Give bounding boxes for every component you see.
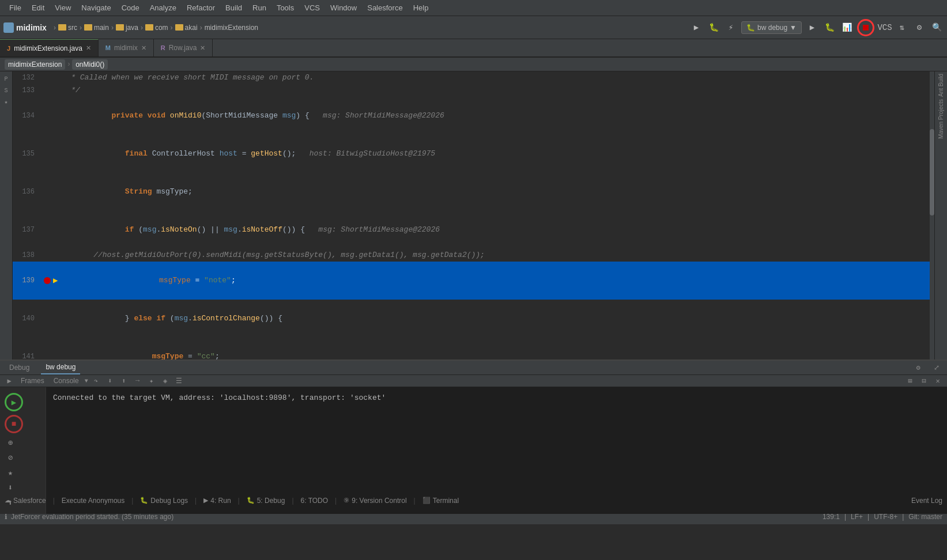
- salesforce-status[interactable]: ☁ Salesforce: [5, 497, 46, 505]
- sidebar-favorites-icon[interactable]: ★: [1, 97, 12, 107]
- breadcrumb-src[interactable]: src: [58, 24, 77, 32]
- tab-bw-debug[interactable]: bw debug: [41, 361, 80, 374]
- ant-build-label[interactable]: Ant Build: [938, 74, 944, 97]
- toolbar-run2-btn[interactable]: ▶: [805, 21, 819, 35]
- menu-file[interactable]: File: [5, 2, 26, 14]
- debug-step-over-btn[interactable]: ↷: [90, 375, 102, 387]
- line-number: 139: [13, 274, 41, 287]
- debug-small-icon-3[interactable]: ★: [5, 467, 16, 478]
- debug-status[interactable]: 🐛 5: Debug: [247, 497, 285, 505]
- breadcrumb-main-label: main: [94, 24, 109, 32]
- toolbar-search-btn[interactable]: 🔍: [930, 21, 944, 35]
- line-number: 133: [13, 84, 41, 97]
- breadcrumb-sep-3: ›: [111, 24, 114, 32]
- menu-edit[interactable]: Edit: [27, 2, 49, 14]
- toolbar-attach-btn[interactable]: ⚡: [724, 21, 738, 35]
- debug-settings2-btn[interactable]: ☰: [173, 375, 185, 387]
- toolbar: midimix › src › main › java › com › akai…: [0, 16, 947, 39]
- debug-stop-circle-btn[interactable]: ■: [5, 415, 23, 433]
- tab-row[interactable]: R Row.java ✕: [154, 39, 213, 56]
- menu-analyze[interactable]: Analyze: [145, 2, 181, 14]
- table-row: 141 msgType = "cc";: [13, 338, 934, 360]
- app-brand: midimix: [3, 22, 47, 33]
- debug-maximize-icon[interactable]: ⤢: [931, 362, 942, 373]
- breadcrumb-main[interactable]: main: [84, 24, 109, 32]
- menu-code[interactable]: Code: [117, 2, 144, 14]
- breadcrumb-package[interactable]: midimixExtension: [205, 24, 258, 32]
- menu-build[interactable]: Build: [221, 2, 247, 14]
- status-sep-6: |: [335, 497, 337, 505]
- toolbar-vcs2-btn[interactable]: ⇅: [895, 21, 909, 35]
- terminal-status[interactable]: ⬛ Terminal: [422, 497, 459, 505]
- status-sep-7: |: [414, 497, 416, 505]
- debug-memory-btn[interactable]: ◈: [160, 375, 171, 387]
- toolbar-vcs-btn[interactable]: VCS: [878, 21, 892, 35]
- menu-vcs[interactable]: VCS: [300, 2, 325, 14]
- sidebar-project-icon[interactable]: P: [1, 74, 12, 84]
- code-editor[interactable]: 132 * Called when we receive short MIDI …: [13, 71, 934, 360]
- debug-evaluate-btn[interactable]: ✦: [146, 375, 157, 387]
- tab-close-0[interactable]: ✕: [86, 44, 91, 52]
- scrollbar-thumb[interactable]: [930, 129, 934, 215]
- tab-close-1[interactable]: ✕: [141, 44, 146, 52]
- app-icon: [3, 22, 14, 33]
- debug-run-cursor-btn[interactable]: →: [132, 375, 144, 387]
- debug-settings-icon[interactable]: ⚙: [912, 362, 924, 373]
- toolbar-bug-btn[interactable]: 🐛: [823, 21, 836, 35]
- debug-close2-btn[interactable]: ✕: [932, 375, 944, 387]
- stop-button[interactable]: [857, 19, 874, 36]
- menu-navigate[interactable]: Navigate: [77, 2, 115, 14]
- tab-midimix[interactable]: M midimix ✕: [99, 39, 154, 56]
- menu-refactor[interactable]: Refactor: [182, 2, 220, 14]
- debug-small-icon-1[interactable]: ⊕: [5, 437, 16, 448]
- menu-help[interactable]: Help: [409, 2, 433, 14]
- crumb-method[interactable]: onMidi0(): [72, 59, 108, 70]
- tab-close-2[interactable]: ✕: [200, 44, 205, 52]
- debug-play-circle-btn[interactable]: ▶: [5, 393, 23, 411]
- line-content: msgType = "cc";: [53, 338, 934, 360]
- tab-midimix-extension[interactable]: J midimixExtension.java ✕: [0, 39, 99, 56]
- crumb-file[interactable]: midimixExtension: [5, 59, 65, 70]
- todo-status[interactable]: 6: TODO: [301, 497, 329, 505]
- execute-anonymous-status[interactable]: Execute Anonymous: [62, 497, 124, 505]
- sidebar-structure-icon[interactable]: S: [1, 85, 12, 96]
- code-area: 132 * Called when we receive short MIDI …: [13, 71, 934, 360]
- debug-layout-btn[interactable]: ⊞: [904, 375, 916, 387]
- toolbar-run-btn[interactable]: ▶: [689, 21, 703, 35]
- menu-tools[interactable]: Tools: [272, 2, 299, 14]
- tab-debug[interactable]: Debug: [5, 361, 34, 374]
- vertical-scrollbar[interactable]: [930, 71, 934, 360]
- debug-step-out-btn[interactable]: ⬆: [118, 375, 130, 387]
- debug-resume-btn[interactable]: ▶: [3, 375, 15, 387]
- toolbar-coverage-btn[interactable]: 📊: [840, 21, 854, 35]
- folder-icon-5: [175, 24, 183, 31]
- version-control-status[interactable]: ⑨ 9: Version Control: [344, 497, 406, 505]
- debug-logs-status[interactable]: 🐛 Debug Logs: [140, 497, 188, 505]
- table-row: 138 //host.getMidiOutPort(0).sendMidi(ms…: [13, 249, 934, 262]
- menu-salesforce[interactable]: Salesforce: [363, 2, 407, 14]
- debug-restore-btn[interactable]: ⊟: [918, 375, 930, 387]
- menu-run[interactable]: Run: [248, 2, 271, 14]
- debug-small-icon-2[interactable]: ⊘: [5, 452, 16, 463]
- console-label[interactable]: Console: [50, 377, 82, 385]
- toolbar-debug-start-btn[interactable]: 🐛: [707, 21, 720, 35]
- toolbar-settings-btn[interactable]: ⚙: [912, 21, 926, 35]
- line-content: final ControllerHost host = getHost(); h…: [53, 135, 934, 173]
- debug-step-into-btn[interactable]: ⬇: [104, 375, 116, 387]
- breadcrumb-java[interactable]: java: [116, 24, 138, 32]
- console-chevron[interactable]: ▼: [85, 378, 88, 384]
- menu-view[interactable]: View: [50, 2, 76, 14]
- maven-projects-label[interactable]: Maven Projects: [938, 99, 944, 139]
- debug-config-dropdown[interactable]: 🐛 bw debug ▼: [741, 21, 802, 34]
- event-log-label[interactable]: Event Log: [911, 497, 942, 505]
- breadcrumb-sep-5: ›: [171, 24, 173, 32]
- menu-window[interactable]: Window: [326, 2, 361, 14]
- debug-tab-bar: Debug bw debug ⚙ ⤢: [0, 361, 947, 375]
- breadcrumb-akai[interactable]: akai: [175, 24, 198, 32]
- breadcrumb-com[interactable]: com: [145, 24, 168, 32]
- run-status[interactable]: ▶ 4: Run: [203, 497, 231, 505]
- breadcrumb-sep-2: ›: [80, 24, 82, 32]
- debug-small-icon-4[interactable]: ⬇: [5, 482, 16, 493]
- notice-text: JetForcer evaluation period started. (35…: [11, 513, 173, 521]
- breadcrumb-package-label: midimixExtension: [205, 24, 258, 32]
